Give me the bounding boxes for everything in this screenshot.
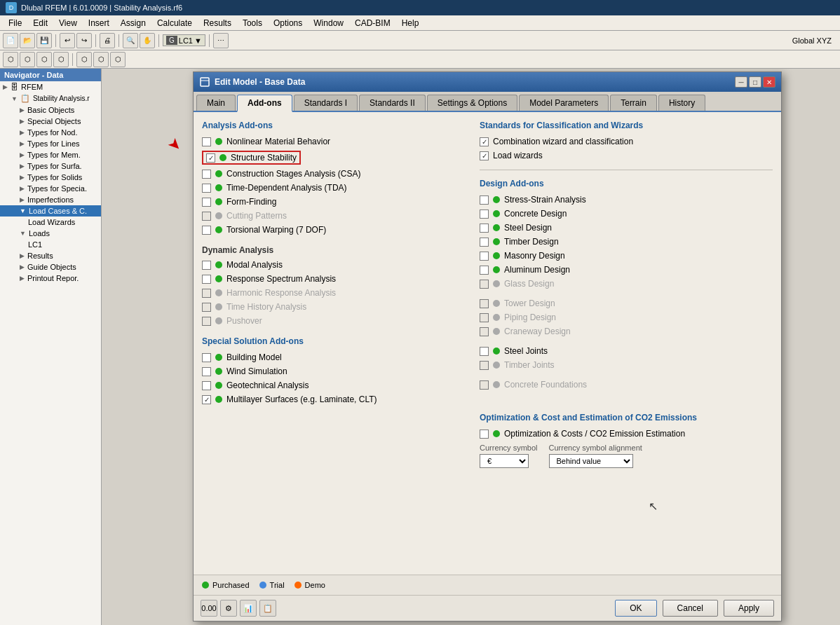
tab-main[interactable]: Main (196, 95, 236, 111)
tb2-2[interactable]: ⬡ (20, 52, 35, 67)
nav-types-lines[interactable]: ▶ Types for Lines (0, 138, 101, 149)
tb2-6[interactable]: ⬡ (93, 52, 109, 67)
right-panel: Standards for Classification and Wizards… (480, 121, 773, 566)
dot-co2 (493, 430, 500, 437)
footer-icon-1[interactable]: 0.00 (201, 600, 217, 617)
maximize-button[interactable]: □ (749, 76, 761, 88)
checkbox-geotech[interactable] (202, 381, 211, 390)
addon-tda: Time-Dependent Analysis (TDA) (202, 182, 468, 193)
checkbox-steel[interactable] (480, 224, 489, 233)
redo-btn[interactable]: ↪ (76, 33, 92, 48)
menu-results[interactable]: Results (198, 17, 237, 29)
dot-tda (215, 184, 222, 191)
nav-basic-objects[interactable]: ▶ Basic Objects (0, 104, 101, 116)
footer-icon-4[interactable]: 📋 (259, 600, 276, 617)
nav-stability-analysis[interactable]: ▼ 📋 Stability Analysis.r (0, 92, 101, 104)
pan-btn[interactable]: ✋ (140, 33, 155, 48)
checkbox-multilayer[interactable] (202, 395, 211, 404)
apply-button[interactable]: Apply (724, 600, 774, 617)
menu-calculate[interactable]: Calculate (151, 17, 198, 29)
tab-model-params[interactable]: Model Parameters (519, 95, 609, 111)
tb2-4[interactable]: ⬡ (53, 52, 69, 67)
menu-assign[interactable]: Assign (115, 17, 151, 29)
checkbox-timber[interactable] (480, 238, 489, 247)
checkbox-aluminum[interactable] (480, 266, 489, 275)
save-btn[interactable]: 💾 (36, 33, 52, 48)
menu-window[interactable]: Window (308, 17, 349, 29)
checkbox-modal[interactable] (202, 261, 211, 270)
menu-file[interactable]: File (3, 17, 27, 29)
design-stress: Stress-Strain Analysis (480, 194, 773, 205)
label-geotech: Geotechnical Analysis (226, 380, 309, 390)
checkbox-tda[interactable] (202, 184, 211, 193)
checkbox-concrete[interactable] (480, 210, 489, 219)
checkbox-csa[interactable] (202, 170, 211, 179)
minimize-button[interactable]: ─ (735, 76, 747, 88)
checkbox-rsa[interactable] (202, 275, 211, 284)
checkbox-co2[interactable] (480, 430, 489, 439)
menu-tools[interactable]: Tools (237, 17, 268, 29)
zoom-btn[interactable]: 🔍 (123, 33, 138, 48)
new-btn[interactable]: 📄 (3, 33, 18, 48)
dot-multilayer (215, 396, 222, 403)
tab-addons[interactable]: Add-ons (237, 95, 292, 112)
checkbox-masonry[interactable] (480, 252, 489, 261)
nav-special-objects[interactable]: ▶ Special Objects (0, 116, 101, 127)
cancel-button[interactable]: Cancel (663, 600, 718, 617)
tab-terrain[interactable]: Terrain (610, 95, 657, 111)
print-btn[interactable]: 🖨 (100, 33, 115, 48)
checkbox-wind[interactable] (202, 367, 211, 376)
checkbox-loadwizards[interactable] (480, 151, 489, 160)
lc-selector[interactable]: G LC1 ▼ (163, 34, 205, 46)
nav-printout[interactable]: ▶ Printout Repor. (0, 273, 101, 284)
nav-lc1[interactable]: LC1 (0, 239, 101, 250)
menu-options[interactable]: Options (268, 17, 308, 29)
nav-rfem[interactable]: ▶ 🗄 RFEM (0, 81, 101, 92)
nav-load-cases[interactable]: ▼ Load Cases & C. (0, 205, 101, 217)
menu-edit[interactable]: Edit (27, 17, 53, 29)
tb2-5[interactable]: ⬡ (76, 52, 92, 67)
nav-types-surfaces[interactable]: ▶ Types for Surfa. (0, 160, 101, 172)
checkbox-steeljoints[interactable] (480, 347, 489, 356)
nav-load-wizards[interactable]: Load Wizards (0, 217, 101, 228)
tab-settings[interactable]: Settings & Options (427, 95, 517, 111)
nav-imperfections[interactable]: ▶ Imperfections (0, 194, 101, 205)
menu-cadbim[interactable]: CAD-BIM (349, 17, 396, 29)
tb2-3[interactable]: ⬡ (36, 52, 52, 67)
footer-icon-2[interactable]: ⚙ (220, 600, 237, 617)
close-button[interactable]: ✕ (763, 76, 775, 88)
tb2-1[interactable]: ⬡ (3, 52, 18, 67)
checkbox-stability[interactable] (206, 153, 215, 163)
checkbox-formfinding[interactable] (202, 198, 211, 207)
undo-btn[interactable]: ↩ (60, 33, 75, 48)
nav-guide-objects[interactable]: ▶ Guide Objects (0, 261, 101, 273)
footer-icon-3[interactable]: 📊 (240, 600, 257, 617)
tab-standards1[interactable]: Standards I (294, 95, 358, 111)
analysis-addons-title: Analysis Add-ons (202, 121, 468, 130)
ok-button[interactable]: OK (615, 600, 656, 617)
tab-standards2[interactable]: Standards II (359, 95, 426, 111)
currency-symbol-select[interactable]: € $ £ (480, 454, 529, 468)
menu-insert[interactable]: Insert (83, 17, 115, 29)
nav-types-special[interactable]: ▶ Types for Specia. (0, 183, 101, 194)
tb2-7[interactable]: ⬡ (110, 52, 126, 67)
more-btn[interactable]: ⋯ (213, 33, 229, 48)
checkbox-stress[interactable] (480, 195, 489, 205)
nav-loads[interactable]: ▼ Loads (0, 228, 101, 239)
label-nonlinear: Nonlinear Material Behavior (226, 137, 330, 146)
nav-results[interactable]: ▶ Results (0, 250, 101, 261)
checkbox-harmonic (202, 289, 211, 298)
menu-help[interactable]: Help (396, 17, 425, 29)
checkbox-building[interactable] (202, 353, 211, 362)
checkbox-nonlinear[interactable] (202, 137, 211, 146)
tab-history[interactable]: History (658, 95, 705, 111)
open-btn[interactable]: 📂 (20, 33, 35, 48)
nav-types-members[interactable]: ▶ Types for Mem. (0, 149, 101, 160)
nav-types-solids[interactable]: ▶ Types for Solids (0, 172, 101, 183)
checkbox-torsional[interactable] (202, 226, 211, 235)
currency-alignment-select[interactable]: Behind value Before value (549, 454, 633, 468)
checkbox-combo[interactable] (480, 137, 489, 146)
nav-types-nodes[interactable]: ▶ Types for Nod. (0, 127, 101, 138)
menu-view[interactable]: View (53, 17, 83, 29)
label-loadwizards: Load wizards (493, 151, 543, 160)
